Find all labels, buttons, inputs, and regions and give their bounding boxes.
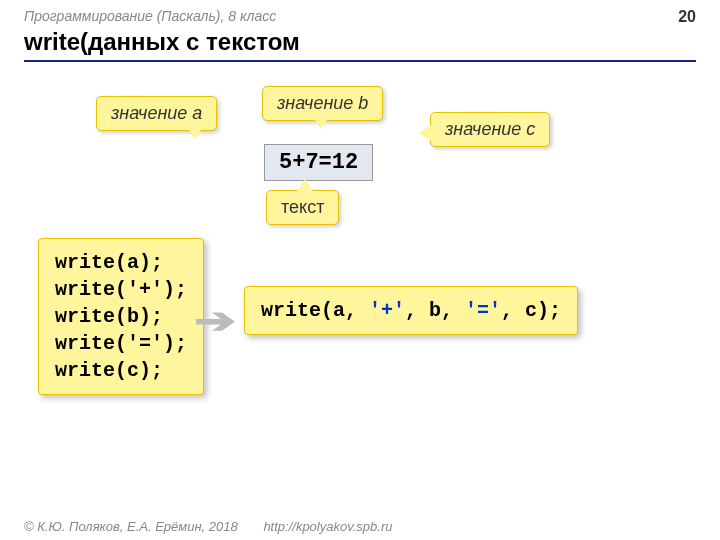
callout-text-label: текст <box>281 197 324 217</box>
code-r-p1: write(a, <box>261 299 357 322</box>
code-left-text: write(a); write('+'); write(b); write('=… <box>55 251 187 382</box>
callout-text: текст <box>266 190 339 225</box>
code-block-right: write(a, '+', b, '=', c); <box>244 286 578 335</box>
code-r-s2: '=' <box>453 299 501 322</box>
callout-c-label: значение c <box>445 119 535 139</box>
code-r-p2: , b, <box>405 299 453 322</box>
code-block-left: write(a); write('+'); write(b); write('=… <box>38 238 204 395</box>
slide-header: Программирование (Паскаль), 8 класс 20 <box>0 0 720 28</box>
page-number: 20 <box>678 8 696 26</box>
copyright-text: © К.Ю. Поляков, Е.А. Ерёмин, 2018 <box>24 519 238 534</box>
footer-url: http://kpolyakov.spb.ru <box>263 519 392 534</box>
callout-a-label: значение a <box>111 103 202 123</box>
arrow-icon: ➔ <box>194 300 236 342</box>
callout-value-b: значение b <box>262 86 383 121</box>
output-box: 5+7=12 <box>264 144 373 181</box>
callout-value-c: значение c <box>430 112 550 147</box>
code-r-p3: , c); <box>501 299 561 322</box>
callout-value-a: значение a <box>96 96 217 131</box>
footer: © К.Ю. Поляков, Е.А. Ерёмин, 2018 http:/… <box>24 519 392 534</box>
page-title: write(данных с текстом <box>0 28 720 60</box>
code-r-s1: '+' <box>357 299 405 322</box>
output-text: 5+7=12 <box>279 150 358 175</box>
content-area: значение a значение b значение c 5+7=12 … <box>0 62 720 482</box>
callout-b-label: значение b <box>277 93 368 113</box>
course-label: Программирование (Паскаль), 8 класс <box>24 8 276 26</box>
